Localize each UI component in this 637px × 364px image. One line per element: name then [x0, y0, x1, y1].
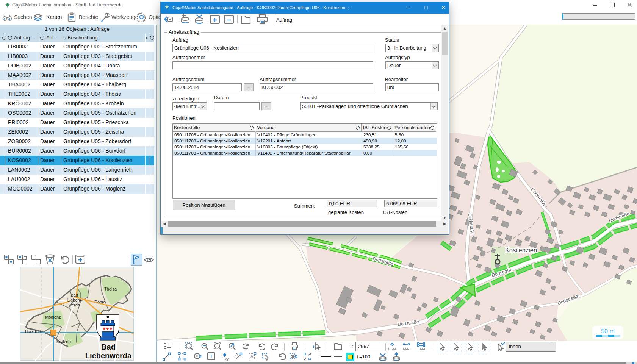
svg-text:♥: ♥ [103, 326, 106, 331]
svg-text:T: T [210, 353, 213, 359]
svg-text:Bad: Bad [70, 293, 78, 297]
svg-text:xy: xy [225, 357, 229, 361]
svg-text:Bad: Bad [101, 343, 116, 351]
svg-text:Kröbeln: Kröbeln [56, 339, 71, 344]
svg-text:Lieben-: Lieben- [67, 298, 81, 302]
svg-text:Kosilenzien: Kosilenzien [505, 247, 537, 253]
svg-text:♥: ♥ [106, 326, 109, 331]
svg-text:A: A [235, 352, 238, 357]
svg-text:Theisa: Theisa [104, 287, 117, 291]
svg-text:Möglenz: Möglenz [45, 315, 61, 319]
svg-text:50 m: 50 m [601, 328, 615, 334]
svg-text:Burxdorf: Burxdorf [25, 329, 41, 334]
svg-text:♥: ♥ [110, 326, 113, 331]
svg-text:A: A [250, 354, 254, 359]
svg-text:werda: werda [68, 303, 80, 307]
svg-text:Dobra: Dobra [94, 300, 106, 304]
svg-text:Liebenwerda: Liebenwerda [85, 352, 132, 360]
